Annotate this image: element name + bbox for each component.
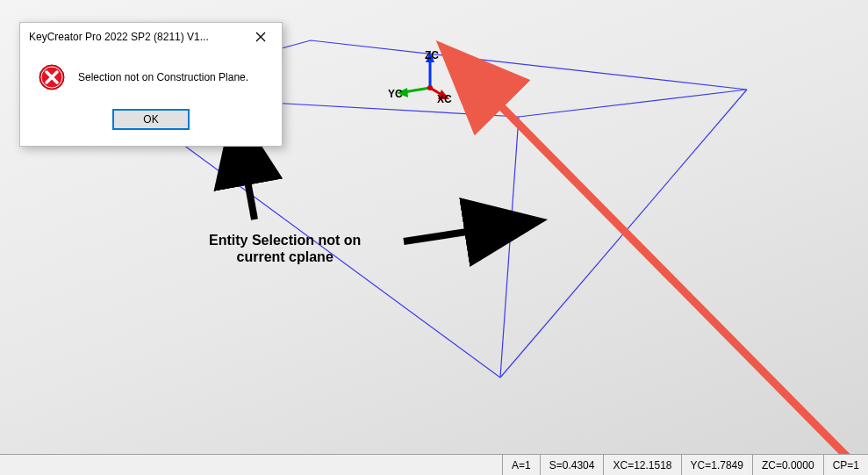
svg-line-1 [500,117,519,378]
status-xc[interactable]: XC=12.1518 [603,455,680,475]
cad-viewport[interactable]: ZC YC XC Entity Selection not on current… [0,0,868,475]
annotation-line1: Entity Selection not on [209,232,361,248]
axis-gizmo: ZC YC XC [395,48,465,119]
mouse-cursor-icon [497,220,511,241]
dialog-titlebar[interactable]: KeyCreator Pro 2022 SP2 (8211) V1... [20,23,282,51]
z-axis-label: ZC [425,49,439,61]
dialog-close-button[interactable] [243,25,278,48]
status-zc[interactable]: ZC=0.0000 [752,455,823,475]
svg-line-15 [491,97,851,461]
svg-marker-10 [498,220,508,235]
x-axis-label: XC [437,93,452,105]
status-cp[interactable]: CP=1 [823,455,868,475]
svg-line-13 [246,171,255,220]
annotation-line2: current cplane [209,248,361,265]
status-s[interactable]: S=0.4304 [540,455,604,475]
ok-button-label: OK [143,113,158,126]
status-bar: A=1 S=0.4304 XC=12.1518 YC=1.7849 ZC=0.0… [0,454,868,475]
error-dialog: KeyCreator Pro 2022 SP2 (8211) V1... Sel… [19,22,283,147]
svg-line-14 [404,230,478,241]
error-icon [38,63,66,91]
y-axis-label: YC [388,88,403,100]
svg-point-9 [427,85,433,90]
status-yc[interactable]: YC=1.7849 [681,455,752,475]
status-a[interactable]: A=1 [502,455,540,475]
dialog-message: Selection not on Construction Plane. [78,71,248,83]
ok-button[interactable]: OK [112,109,190,130]
svg-line-5 [404,88,430,92]
svg-line-2 [500,90,747,378]
annotation-text: Entity Selection not on current cplane [209,232,361,265]
close-icon [255,32,266,42]
dialog-title-text: KeyCreator Pro 2022 SP2 (8211) V1... [29,31,209,43]
